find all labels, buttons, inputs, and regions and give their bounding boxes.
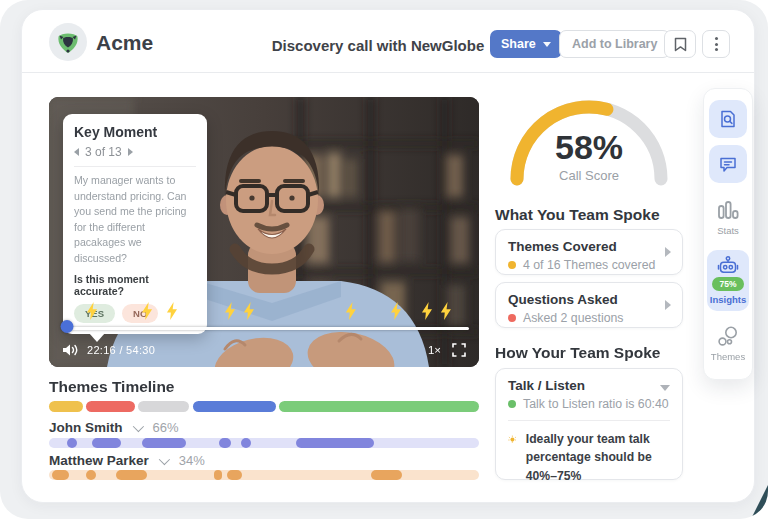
call-score-value: 58% [555,128,623,167]
more-options-button[interactable] [702,30,730,58]
timeline-segment[interactable] [138,401,189,412]
prev-moment-icon[interactable] [74,148,79,156]
how-spoke-heading: How Your Team Spoke [495,344,660,362]
speaker-row-john[interactable]: John Smith 66% [49,420,179,435]
comment-icon [718,154,738,174]
chevron-right-icon[interactable] [665,247,671,257]
bookmark-button[interactable] [664,30,696,58]
key-moment-bolt-icon[interactable] [242,302,256,320]
next-moment-icon[interactable] [128,148,133,156]
playhead-handle[interactable] [61,320,74,333]
speaker-name: Matthew Parker [49,453,149,468]
themes-timeline-bar[interactable] [49,401,479,412]
app-card: Acme Discovery call with NewGlobe Share … [21,9,755,503]
chevron-down-icon[interactable] [660,385,670,391]
speaker-row-matthew[interactable]: Matthew Parker 34% [49,453,205,468]
insights-score-badge: 75% [712,277,743,291]
call-title: Discovery call with NewGlobe [272,37,485,54]
status-dot [508,400,516,408]
key-moment-bolt-icon[interactable] [344,302,358,320]
timeline-segment[interactable] [52,470,69,480]
chevron-right-icon[interactable] [665,300,671,310]
bookmark-icon [674,37,687,52]
card-title: Questions Asked [508,292,670,307]
video-controls: 22:16 / 54:30 1× [49,340,479,362]
chevron-down-icon[interactable] [159,453,170,464]
what-spoke-heading: What You Team Spoke [495,206,660,224]
timeline-segment[interactable] [219,438,231,448]
tools-sidebar: Stats 75% Insights Themes [703,88,753,380]
stats-bars-icon [716,199,740,222]
timeline-segment[interactable] [241,438,251,448]
timeline-segment[interactable] [193,401,276,412]
key-moment-bolt-icon[interactable] [439,302,453,320]
speaker-track-matthew[interactable] [49,470,479,480]
timeline-segment[interactable] [67,438,77,448]
sidebar-item-stats[interactable]: Stats [716,199,740,236]
sidebar-item-insights[interactable]: 75% Insights [707,250,749,311]
robot-icon [716,256,740,275]
timeline-segment[interactable] [116,470,148,480]
screen-background: Acme Discovery call with NewGlobe Share … [0,0,768,519]
bubbles-icon [716,325,740,348]
timeline-segment[interactable] [86,470,96,480]
card-detail: Asked 2 questions [523,311,624,325]
video-progress-bar[interactable] [62,327,469,330]
key-moment-bolt-icon[interactable] [420,302,434,320]
key-moment-title: Key Moment [74,124,196,140]
talk-percentage: 34% [179,453,205,468]
key-moment-bolt-icon[interactable] [223,302,237,320]
lightbulb-icon [508,430,517,450]
themes-timeline-heading: Themes Timeline [49,378,174,396]
timeline-segment[interactable] [214,470,222,480]
timeline-segment[interactable] [279,401,479,412]
card-title: Themes Covered [508,239,670,254]
speaker-name: John Smith [49,420,123,435]
status-dot [508,261,516,269]
kebab-icon [715,37,718,51]
document-search-icon [718,109,738,129]
key-moment-bolt-icon[interactable] [140,302,154,320]
talk-listen-card[interactable]: Talk / Listen Talk to Listen ratio is 60… [495,368,683,480]
volume-icon[interactable] [62,343,79,361]
company-name: Acme [96,31,153,55]
playback-speed[interactable]: 1× [428,344,441,356]
add-to-library-button[interactable]: Add to Library [559,30,670,58]
call-score-label: Call Score [559,168,619,183]
timeline-segment[interactable] [49,401,83,412]
video-time: 22:16 / 54:30 [87,344,155,356]
timeline-segment[interactable] [92,438,121,448]
company-logo [49,23,87,61]
key-moment-bolt-icon[interactable] [85,302,99,320]
search-transcript-button[interactable] [709,100,747,138]
video-player[interactable]: Key Moment 3 of 13 My manager wants to u… [49,97,479,367]
key-moment-bolt-icon[interactable] [389,302,403,320]
sidebar-item-themes[interactable]: Themes [711,325,745,362]
timeline-segment[interactable] [227,470,242,480]
key-moment-text: My manager wants to understand pricing. … [74,173,196,266]
speaker-track-john[interactable] [49,438,479,448]
questions-asked-card[interactable]: Questions Asked Asked 2 questions [495,282,683,328]
timeline-segment[interactable] [86,401,135,412]
card-detail: 4 of 16 Themes covered [523,258,655,272]
key-moment-pager: 3 of 13 [74,145,196,159]
accuracy-question: Is this moment accurate? [74,273,196,297]
talk-tip: Ideally your team talk percentage should… [508,430,670,485]
card-detail: Talk to Listen ratio is 60:40 [523,397,669,411]
header: Acme Discovery call with NewGlobe Share … [22,10,754,73]
fullscreen-icon[interactable] [452,343,466,361]
key-moment-count: 3 of 13 [85,145,122,159]
status-dot [508,314,516,322]
key-moment-markers [49,302,479,322]
themes-covered-card[interactable]: Themes Covered 4 of 16 Themes covered [495,229,683,275]
share-button[interactable]: Share [490,30,562,58]
timeline-segment[interactable] [296,438,374,448]
comments-button[interactable] [709,145,747,183]
key-moment-bolt-icon[interactable] [165,302,179,320]
talk-percentage: 66% [153,420,179,435]
chevron-down-icon[interactable] [132,420,143,431]
timeline-segment[interactable] [142,438,186,448]
card-title: Talk / Listen [508,378,670,393]
timeline-segment[interactable] [371,470,403,480]
chevron-down-icon [543,42,551,47]
